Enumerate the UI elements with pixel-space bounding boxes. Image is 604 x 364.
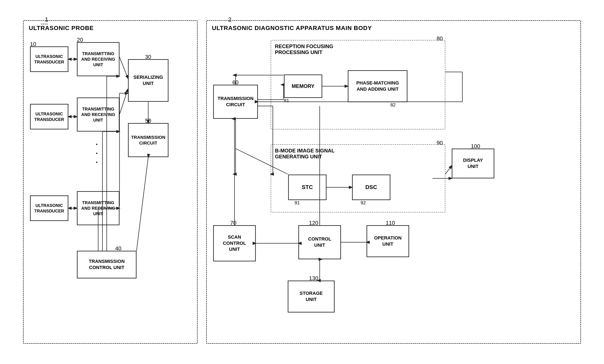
ref-20: 20 [77,36,83,43]
ref-60: 60 [232,79,239,86]
ref-110: 110 [386,220,395,226]
transducer3-block: ULTRASONICTRANSDUCER [30,195,68,221]
storage-block: STORAGEUNIT [288,280,335,313]
diagram-container: 1 ---- ULTRASONIC PROBE ULTRASONICTRANSD… [14,12,590,352]
tx-circuit-60-block: TRANSMISSIONCIRCUIT [213,85,258,119]
scan-control-block: SCANCONTROLUNIT [213,225,256,261]
svg-line-4 [119,89,128,115]
sub80-arrows [271,40,445,129]
trunit3-block: TRANSMITTINGAND RECEIVINGUNIT [77,191,119,225]
tx-control-block: TRANSMISSIONCONTROL UNIT [77,251,137,279]
sub-panel-90: B-MODE IMAGE SIGNALGENERATING UNIT 90 ST… [271,144,445,212]
ref-130: 130 [309,275,318,282]
tx-circuit-left-block: TRANSMISSIONCIRCUIT [128,123,168,157]
left-panel: 1 ---- ULTRASONIC PROBE ULTRASONICTRANSD… [23,20,198,344]
svg-line-14 [137,157,148,251]
trunit2-block: TRANSMITTINGAND RECEIVINGUNIT [77,97,119,132]
left-panel-label: ULTRASONIC PROBE [29,25,94,32]
sub90-arrows [271,145,445,212]
control-block: CONTROLUNIT [298,225,341,259]
ref-120: 120 [309,220,318,226]
operation-block: OPERATIONUNIT [366,225,409,257]
ref-50: 50 [145,118,151,124]
ref-70: 70 [230,220,236,226]
transducer2-block: ULTRASONICTRANSDUCER [30,104,68,129]
sub-panel-80: RECEPTION FOCUSINGPROCESSING UNIT 80 MEM… [271,40,445,129]
transducer1-block: ULTRASONICTRANSDUCER [30,46,68,72]
ref-100: 100 [471,143,480,150]
dots-vertical-left: ··· [96,140,98,167]
ref-2: 2 [228,16,231,23]
serializing-block: SERIALIZINGUNIT [128,59,168,102]
ref-30: 30 [145,54,151,60]
ref-10: 10 [30,41,36,48]
right-panel: 2 ULTRASONIC DIAGNOSTIC APPARATUS MAIN B… [206,20,581,344]
trunit1-block: TRANSMITTINGAND RECEIVINGUNIT [77,42,119,76]
svg-line-3 [119,57,128,78]
right-panel-label: ULTRASONIC DIAGNOSTIC APPARATUS MAIN BOD… [212,25,372,32]
ref-40: 40 [115,245,121,252]
svg-line-25 [445,166,452,174]
display-block: DISPLAYUNIT [452,149,494,178]
